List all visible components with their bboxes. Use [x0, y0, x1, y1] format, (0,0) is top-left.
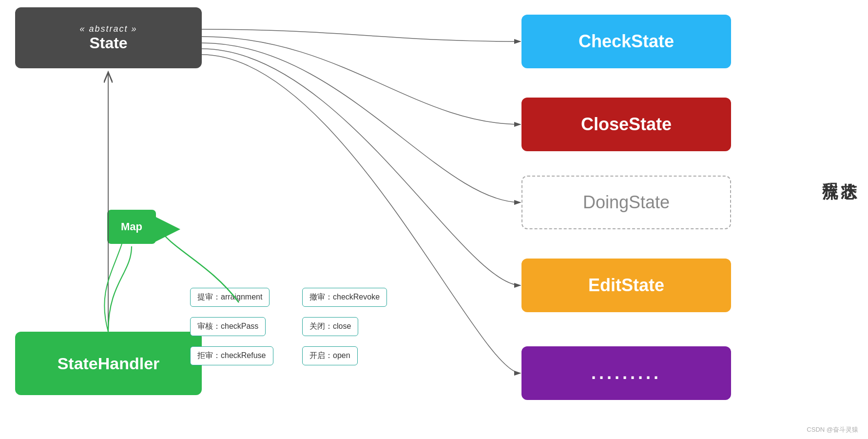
method-checkrefuse: 拒审：checkRefuse [190, 346, 273, 365]
ellipsis-state-box: ......... [521, 346, 731, 400]
arrow-to-closestate [202, 37, 521, 124]
abstract-state-box: « abstract » State [15, 7, 202, 68]
watermark: CSDN @奋斗灵猿 [807, 425, 858, 434]
map-box: Map [107, 210, 156, 244]
map-label: Map [121, 220, 142, 233]
method-checkpass: 审核：checkPass [190, 317, 266, 336]
method-open: 开启：open [302, 346, 358, 365]
abstract-state-name: State [89, 34, 127, 52]
method-checkrevoke: 撤审：checkRevoke [302, 288, 387, 307]
close-state-label: CloseState [581, 114, 672, 135]
diagram-container: « abstract » State StateHandler Map Chec… [0, 0, 868, 439]
edit-state-box: EditState [521, 259, 731, 312]
close-state-box: CloseState [521, 98, 731, 151]
abstract-stereotype: « abstract » [79, 24, 137, 34]
arrow-handler-map-green [104, 244, 122, 332]
state-handler-label: StateHandler [58, 354, 160, 373]
doing-state-label: DoingState [583, 192, 670, 213]
doing-state-box: DoingState [521, 176, 731, 229]
arrow-to-editstate [202, 49, 521, 285]
edit-state-label: EditState [588, 275, 664, 296]
check-state-box: CheckState [521, 15, 731, 68]
arrow-to-doingstate [202, 43, 521, 202]
state-handler-box: StateHandler [15, 332, 202, 395]
method-close: 关闭：close [302, 317, 358, 336]
method-arraignment: 提审：arraignment [190, 288, 270, 307]
check-state-label: CheckState [579, 31, 674, 52]
arrow-handler-to-map-line [108, 246, 132, 332]
ellipsis-state-label: ......... [591, 363, 661, 383]
arrow-to-checkstate [202, 29, 521, 41]
